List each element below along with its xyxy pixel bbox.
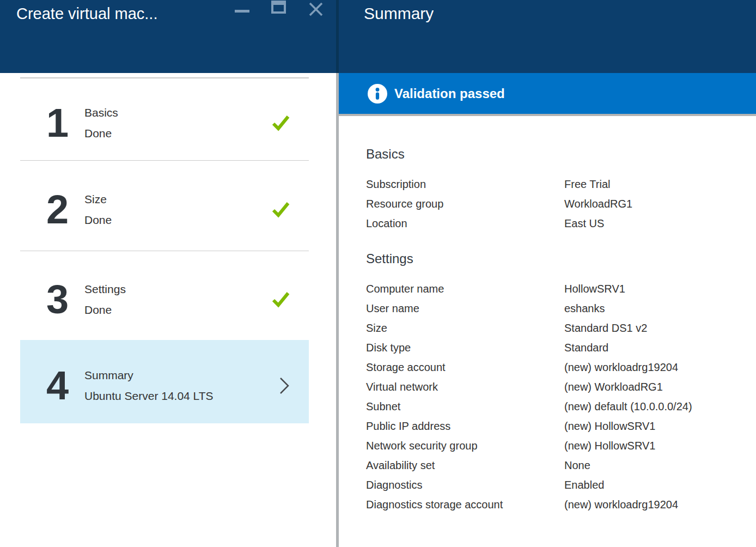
check-icon — [272, 291, 290, 308]
row-value: (new) default (10.0.0.0/24) — [564, 397, 740, 416]
summary-row: Location East US — [366, 214, 740, 233]
validation-banner-text: Validation passed — [394, 86, 505, 101]
step-label: Basics — [84, 106, 118, 120]
maximize-icon — [271, 1, 286, 14]
row-value: Enabled — [564, 475, 740, 495]
summary-row: Availability set None — [366, 455, 740, 475]
step-basics[interactable]: 1 Basics Done — [20, 78, 309, 161]
row-value: (new) HollowSRV1 — [564, 436, 740, 455]
section-title: Basics — [366, 146, 740, 162]
step-settings[interactable]: 3 Settings Done — [20, 251, 309, 340]
summary-row: Virtual network (new) WorkloadRG1 — [366, 377, 740, 397]
row-value: Standard DS1 v2 — [564, 318, 740, 338]
step-status: Done — [84, 213, 112, 227]
section-title: Settings — [366, 251, 740, 267]
wizard-blade-header: Create virtual mac... — [0, 0, 336, 73]
summary-row: Subscription Free Trial — [366, 174, 740, 194]
section-settings: Settings Computer name HollowSRV1 User n… — [366, 251, 740, 514]
row-value: HollowSRV1 — [564, 279, 740, 299]
summary-row: Resource group WorkloadRG1 — [366, 194, 740, 214]
row-value: (new) workloadrg19204 — [564, 495, 740, 514]
summary-row: Disk type Standard — [366, 338, 740, 357]
row-value: WorkloadRG1 — [564, 194, 740, 214]
step-number: 1 — [46, 103, 84, 143]
minimize-icon — [235, 10, 249, 13]
summary-row: Network security group (new) HollowSRV1 — [366, 436, 740, 455]
row-key: User name — [366, 299, 564, 318]
row-value: (new) workloadrg19204 — [564, 357, 740, 377]
summary-row: Diagnostics storage account (new) worklo… — [366, 495, 740, 514]
row-key: Disk type — [366, 338, 564, 357]
row-value: East US — [564, 214, 740, 233]
section-basics: Basics Subscription Free Trial Resource … — [366, 146, 740, 233]
minimize-button[interactable] — [235, 0, 249, 13]
check-icon — [272, 114, 290, 132]
row-value: eshanks — [564, 299, 740, 318]
close-button[interactable] — [308, 0, 324, 17]
summary-blade: Summary Validation passed Basics Subscri… — [339, 0, 756, 547]
create-vm-window: Create virtual mac... 1 — [0, 0, 756, 547]
summary-content: Basics Subscription Free Trial Resource … — [339, 116, 756, 514]
window-title: Create virtual mac... — [16, 2, 157, 26]
step-status: Done — [84, 303, 126, 317]
row-value: (new) WorkloadRG1 — [564, 377, 740, 397]
row-key: Availability set — [366, 455, 564, 475]
summary-row: Storage account (new) workloadrg19204 — [366, 357, 740, 377]
row-key: Network security group — [366, 436, 564, 455]
row-key: Public IP address — [366, 416, 564, 436]
step-status: Done — [84, 126, 118, 141]
row-key: Subscription — [366, 174, 564, 194]
row-key: Diagnostics storage account — [366, 495, 564, 514]
row-key: Subnet — [366, 397, 564, 416]
row-key: Virtual network — [366, 377, 564, 397]
step-size[interactable]: 2 Size Done — [20, 161, 309, 251]
step-summary[interactable]: 4 Summary Ubuntu Server 14.04 LTS — [20, 340, 309, 423]
validation-banner: Validation passed — [339, 73, 756, 116]
wizard-blade: Create virtual mac... 1 — [0, 0, 336, 547]
step-number: 4 — [46, 366, 84, 406]
row-value: Free Trial — [564, 174, 740, 194]
info-icon — [368, 84, 387, 104]
chevron-right-icon — [278, 376, 290, 395]
row-value: (new) HollowSRV1 — [564, 416, 740, 436]
maximize-button[interactable] — [271, 0, 286, 14]
summary-title: Summary — [364, 2, 434, 26]
step-number: 3 — [46, 279, 84, 320]
summary-row: Subnet (new) default (10.0.0.0/24) — [366, 397, 740, 416]
check-icon — [272, 201, 290, 218]
summary-row: User name eshanks — [366, 299, 740, 318]
step-status: Ubuntu Server 14.04 LTS — [84, 389, 214, 403]
step-label: Size — [84, 192, 112, 206]
wizard-steps-list: 1 Basics Done 2 Size Done — [20, 77, 309, 423]
summary-row: Computer name HollowSRV1 — [366, 279, 740, 299]
step-number: 2 — [46, 190, 84, 230]
summary-blade-header: Summary — [339, 0, 756, 73]
step-label: Summary — [84, 368, 214, 382]
row-key: Diagnostics — [366, 475, 564, 495]
summary-row: Size Standard DS1 v2 — [366, 318, 740, 338]
row-key: Size — [366, 318, 564, 338]
row-value: None — [564, 455, 740, 475]
close-icon — [308, 1, 324, 17]
row-key: Location — [366, 214, 564, 233]
row-value: Standard — [564, 338, 740, 357]
step-label: Settings — [84, 282, 126, 296]
row-key: Computer name — [366, 279, 564, 299]
window-controls — [235, 0, 324, 17]
summary-row: Diagnostics Enabled — [366, 475, 740, 495]
row-key: Resource group — [366, 194, 564, 214]
row-key: Storage account — [366, 357, 564, 377]
summary-row: Public IP address (new) HollowSRV1 — [366, 416, 740, 436]
